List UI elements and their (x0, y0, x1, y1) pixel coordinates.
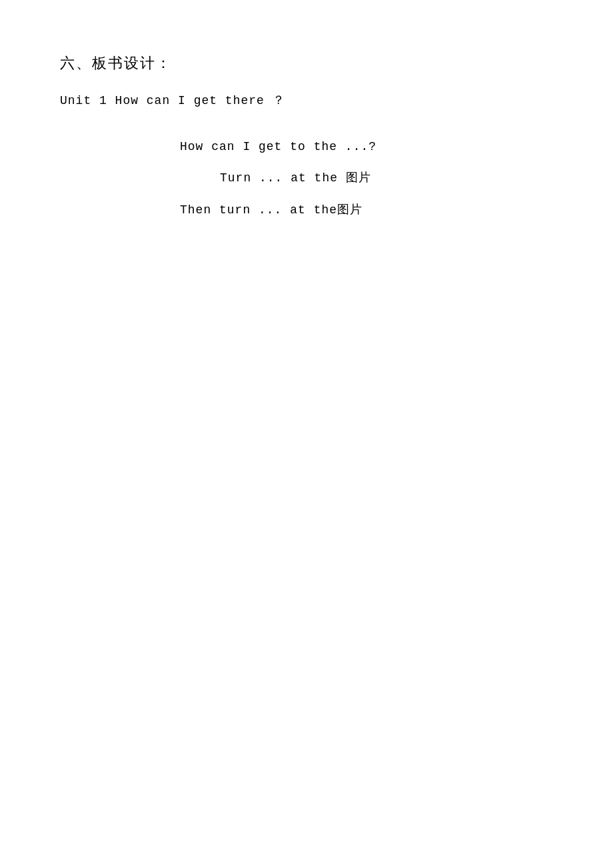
blackboard-line-1: How can I get to the ...? (180, 140, 553, 153)
blackboard-content: How can I get to the ...? Turn ... at th… (180, 140, 553, 217)
line1-text: How can I get to the ...? (180, 140, 376, 153)
section-heading: 六、板书设计： (60, 53, 553, 73)
line3-suffix: 图片 (337, 203, 362, 216)
line2-suffix: 图片 (346, 171, 371, 184)
blackboard-line-3: Then turn ... at the图片 (180, 201, 553, 217)
line3-prefix: Then turn ... at the (180, 203, 337, 217)
page: 六、板书设计： Unit 1 How can I get there ？ How… (0, 0, 613, 868)
line2-prefix: Turn ... at the (220, 171, 346, 185)
unit-title: Unit 1 How can I get there ？ (60, 92, 553, 108)
blackboard-line-2: Turn ... at the 图片 (220, 169, 553, 185)
